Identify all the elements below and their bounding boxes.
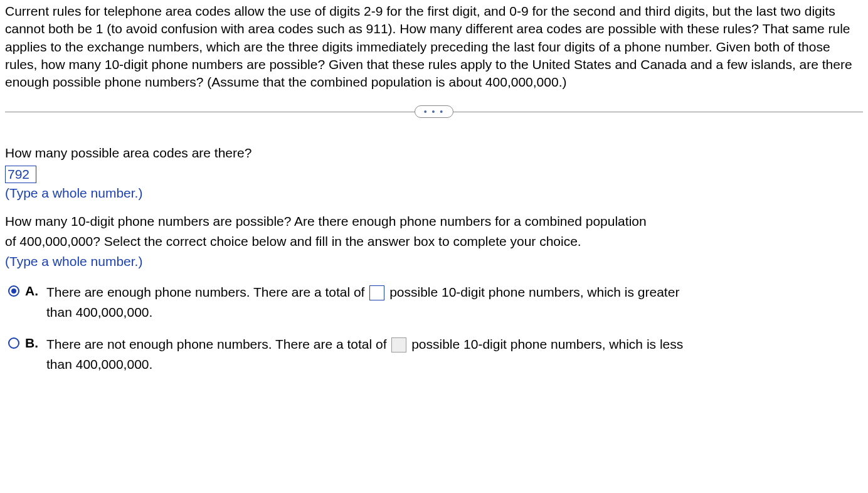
section-divider: • • • (5, 104, 863, 119)
question-1: How many possible area codes are there? … (5, 144, 863, 203)
q2-line2: of 400,000,000? Select the correct choic… (5, 233, 863, 250)
q1-answer-input[interactable] (5, 166, 36, 183)
choice-b-pre: There are not enough phone numbers. Ther… (46, 337, 390, 351)
choice-a-input[interactable] (369, 285, 384, 300)
q2-line1: How many 10-digit phone numbers are poss… (5, 213, 863, 230)
choice-b-post1: possible 10-digit phone numbers, which i… (411, 337, 683, 351)
choice-b-input[interactable] (391, 337, 406, 353)
choice-b-post2: than 400,000,000. (46, 357, 152, 371)
expand-pill[interactable]: • • • (415, 105, 453, 118)
q1-prompt: How many possible area codes are there? (5, 144, 863, 162)
choice-a: A. There are enough phone numbers. There… (5, 282, 863, 323)
choice-a-radio[interactable] (8, 285, 19, 297)
question-2: How many 10-digit phone numbers are poss… (5, 213, 863, 271)
choice-a-letter: A. (21, 282, 43, 300)
q1-hint: (Type a whole number.) (5, 184, 863, 202)
choice-b-letter: B. (21, 334, 43, 352)
choice-a-post2: than 400,000,000. (46, 305, 152, 319)
choice-b: B. There are not enough phone numbers. T… (5, 334, 863, 375)
choice-a-text: There are enough phone numbers. There ar… (43, 282, 863, 323)
q2-hint: (Type a whole number.) (5, 253, 863, 270)
choice-b-text: There are not enough phone numbers. Ther… (43, 334, 863, 375)
choice-a-post1: possible 10-digit phone numbers, which i… (389, 285, 679, 299)
choice-list: A. There are enough phone numbers. There… (5, 282, 863, 375)
problem-statement: Current rules for telephone area codes a… (5, 3, 863, 92)
choice-b-radio[interactable] (8, 337, 19, 349)
choice-a-pre: There are enough phone numbers. There ar… (46, 285, 368, 299)
